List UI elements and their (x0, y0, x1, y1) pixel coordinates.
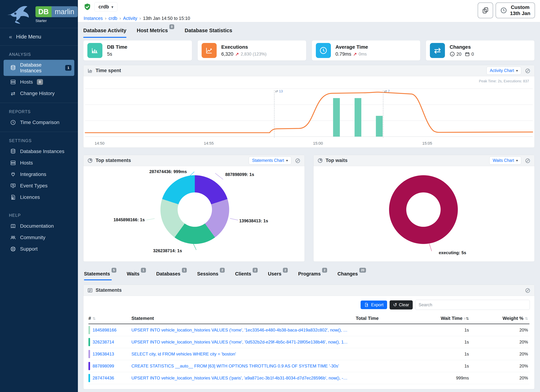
collapse-panel-icon[interactable]: ⊘ (525, 287, 530, 294)
statements-donut-chart[interactable]: 287474436: 999ms 887898099: 1s 139638413… (83, 166, 305, 262)
weight-value: 20% (470, 352, 530, 357)
sidebar-item-community[interactable]: Community (4, 232, 74, 243)
tab-changes[interactable]: Changes20 (338, 271, 366, 280)
time-spent-panel: Time spent Activity Chart▾ ⊘ Peak Time: … (83, 65, 535, 148)
donut-label: 139638413: 1s (239, 218, 268, 223)
sidebar-item-hosts[interactable]: Hosts 0 (4, 77, 74, 87)
activity-chart[interactable]: Peak Time: 2s, Executions: 837 ⇄ 13 ⇄ 7 … (83, 76, 535, 148)
col-total-time[interactable]: Total Time (356, 316, 413, 321)
up-arrow-icon: ↗ (235, 52, 239, 57)
sort-asc-icon[interactable]: ↑⇅ (464, 317, 469, 321)
sidebar-item-support[interactable]: Support (4, 244, 74, 254)
statement-link[interactable]: CREATE STATISTICS __auto__ FROM [63] WIT… (131, 363, 356, 368)
wait-time-value: 999ms (413, 376, 470, 381)
time-range-button[interactable]: Custom13th Jan (496, 3, 535, 18)
swap-arrows-icon: ⇄ (430, 43, 445, 58)
donut-label: 887898099: 1s (225, 172, 254, 177)
tab-programs[interactable]: Programs2 (298, 271, 327, 280)
sort-icon[interactable]: ⇅ (92, 317, 96, 321)
tab-host-metrics[interactable]: Host Metrics0 (137, 28, 174, 38)
collapse-panel-icon[interactable]: ⊘ (525, 157, 530, 164)
logo-db: DB (35, 6, 52, 17)
waits-chart-select[interactable]: Waits Chart▾ (489, 156, 521, 164)
statement-link[interactable]: UPSERT INTO vehicle_location_histories V… (131, 376, 356, 381)
sidebar-item-time-comparison[interactable]: Time Comparison (4, 117, 74, 128)
waits-donut[interactable] (389, 175, 458, 244)
statement-id-link[interactable]: 326238714 (93, 340, 114, 345)
clear-button[interactable]: ↺ Clear (390, 300, 413, 309)
weight-value: 20% (470, 376, 530, 381)
donut-label: 1845898166: 1s (114, 217, 145, 222)
panel-title: Time spent (96, 68, 121, 73)
chevron-down-icon: ▾ (286, 159, 288, 163)
statement-link[interactable]: SELECT city, id FROM vehicles WHERE city… (131, 352, 356, 357)
card-value: 6,320↗2,830 (123%) (221, 51, 267, 57)
instance-selector[interactable]: crdb ▾ (94, 2, 117, 12)
activity-chart-select[interactable]: Activity Chart▾ (486, 67, 521, 75)
tab-statements[interactable]: Statements5 (84, 271, 116, 280)
sidebar-item-change-history[interactable]: ⇄ Change History (4, 88, 74, 99)
trend-line-icon (202, 43, 217, 58)
breadcrumb: Instances›crdb›Activity›13th Jan 14:50 t… (84, 16, 190, 21)
change-marker[interactable]: ⇄ 7 (383, 90, 383, 138)
tab-users[interactable]: Users2 (268, 271, 288, 280)
series-color-bar (88, 338, 90, 346)
tab-badge: 20 (359, 268, 366, 273)
collapse-panel-icon[interactable]: ⊘ (525, 67, 530, 74)
col-statement[interactable]: Statement (131, 316, 356, 321)
card-average-time: Average Time 0.79ms↗0ms (312, 40, 420, 61)
topbar: crdb ▾ Instances›crdb›Activity›13th Jan … (78, 0, 540, 22)
tab-database-activity[interactable]: Database Activity (83, 28, 126, 38)
statement-id-link[interactable]: 287474436 (93, 376, 114, 381)
copy-button[interactable] (478, 3, 493, 18)
card-value: 0.79ms↗0ms (335, 51, 368, 57)
statements-donut[interactable] (160, 175, 229, 244)
sidebar-section-reports: REPORTS Time Comparison (0, 103, 78, 132)
sidebar-section-help: HELP Documentation Community Support (0, 207, 78, 258)
search-input[interactable] (415, 300, 530, 310)
sidebar-section-analysis: ANALYSIS Database Instances 1 Hosts 0 ⇄ … (0, 46, 78, 103)
change-marker[interactable]: ⇄ 13 (274, 90, 275, 138)
statement-link[interactable]: UPSERT INTO vehicle_location_histories V… (131, 327, 356, 332)
label-connector (215, 173, 223, 179)
event-monitor-icon (10, 183, 16, 189)
table-row: 326238714 UPSERT INTO vehicle_location_h… (88, 336, 530, 348)
breadcrumb-crdb[interactable]: crdb (109, 16, 117, 21)
licence-icon (10, 194, 16, 200)
sidebar-section-settings: SETTINGS Database Instances Hosts Integr… (0, 132, 78, 207)
breadcrumb-activity[interactable]: Activity (123, 16, 137, 21)
app-logo[interactable]: DB marlin Starter (0, 0, 78, 28)
database-icon (10, 65, 16, 71)
count-badge: 0 (37, 79, 43, 85)
sidebar-item-event-types[interactable]: Event Types (4, 180, 74, 191)
card-title: Executions (221, 44, 267, 50)
tab-sessions[interactable]: Sessions2 (197, 271, 225, 280)
tab-clients[interactable]: Clients2 (235, 271, 258, 280)
waits-donut-chart[interactable]: executing: 5s (314, 166, 535, 262)
donut-label: executing: 5s (439, 250, 466, 255)
sidebar-item-licences[interactable]: Licences (4, 192, 74, 203)
collapse-panel-icon[interactable]: ⊘ (295, 157, 301, 164)
sidebar-item-integrations[interactable]: Integrations (4, 169, 74, 180)
hide-menu-button[interactable]: « Hide Menu (0, 28, 78, 45)
sidebar-item-settings-hosts[interactable]: Hosts (4, 158, 74, 168)
statement-id-link[interactable]: 887898099 (93, 363, 114, 368)
table-row: 139638413 SELECT city, id FROM vehicles … (88, 348, 530, 360)
statement-id-link[interactable]: 1845898166 (93, 327, 116, 332)
export-button[interactable]: Export (361, 301, 387, 309)
section-label: HELP (3, 213, 75, 218)
tab-databases[interactable]: Databases1 (156, 271, 187, 280)
sort-icon[interactable]: ⇅ (525, 317, 528, 321)
breadcrumb-instances[interactable]: Instances (84, 16, 103, 21)
marlin-fish-icon (7, 5, 34, 24)
statement-id-link[interactable]: 139638413 (93, 352, 114, 357)
server-icon (10, 79, 16, 85)
sidebar-item-database-instances[interactable]: Database Instances 1 (4, 60, 74, 76)
statements-chart-select[interactable]: Statements Chart▾ (249, 156, 291, 164)
label-connector (146, 218, 155, 220)
tab-database-statistics[interactable]: Database Statistics (185, 28, 232, 38)
statement-link[interactable]: UPSERT INTO vehicle_location_histories V… (131, 340, 356, 345)
tab-waits[interactable]: Waits1 (127, 271, 146, 280)
sidebar-item-settings-database-instances[interactable]: Database Instances (4, 146, 74, 157)
sidebar-item-documentation[interactable]: Documentation (4, 221, 74, 231)
